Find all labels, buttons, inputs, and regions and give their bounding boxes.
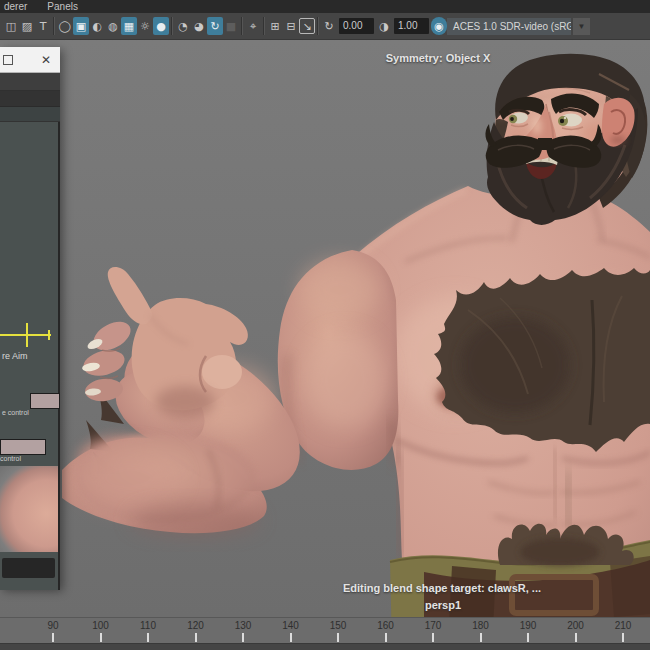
panel-body: re Aim e control control	[0, 122, 60, 590]
lighting-icon[interactable]: ☼	[137, 17, 153, 35]
time-slider[interactable]: 90100110120130140150160170180190200210	[0, 617, 650, 644]
panel-subheader-row	[0, 107, 60, 122]
menu-renderer[interactable]: derer	[4, 1, 27, 12]
text-tool-icon[interactable]: T	[35, 17, 51, 35]
exposure-icon[interactable]: ◑	[376, 17, 392, 35]
wireframe-sphere-icon[interactable]: ◯	[57, 17, 73, 35]
separator	[239, 17, 245, 35]
status-line: ◫▨T◯▣◐◍▦☼●◔◕↻■⌖⊞⊟↘↻0.00◑1.00◉ACES 1.0 SD…	[0, 13, 650, 40]
four-pane-layout-icon[interactable]: ◫	[3, 17, 19, 35]
colorspace-dropdown[interactable]: ACES 1.0 SDR-video (sRGB)	[447, 18, 571, 35]
symmetry-label: Symmetry: Object X	[386, 52, 491, 64]
menu-bar: derer Panels	[0, 0, 650, 13]
blend-shape-status-label: Editing blend shape target: clawsR, ...	[343, 582, 541, 594]
character-thumbnail[interactable]	[0, 466, 58, 552]
panel-title-bar[interactable]: ✕	[0, 47, 60, 73]
panel-input-field[interactable]	[2, 558, 55, 578]
timeline-frame-label: 190	[520, 620, 537, 631]
timeline-tick	[432, 633, 434, 642]
timeline-tick	[337, 633, 339, 642]
timeline-tick	[147, 633, 149, 642]
floating-panel: ✕ re Aim e control control	[0, 47, 60, 588]
range-slider[interactable]	[0, 643, 650, 650]
timeline-frame-label: 110	[140, 620, 156, 631]
timeline-frame-label: 150	[330, 620, 347, 631]
motion-blur-icon[interactable]: ◕	[191, 17, 207, 35]
control-swatch-1[interactable]	[30, 393, 60, 409]
anti-alias-icon[interactable]: ↻	[207, 17, 223, 35]
timeline-tick	[527, 633, 529, 642]
textured-icon[interactable]: ▦	[121, 17, 137, 35]
timeline-tick	[195, 633, 197, 642]
timeline-tick	[385, 633, 387, 642]
wireframe-on-shaded-icon[interactable]: ◍	[105, 17, 121, 35]
shadows-icon[interactable]: ●	[153, 17, 169, 35]
separator	[261, 17, 267, 35]
control-label-1: e control	[2, 409, 29, 416]
timeline-tick	[480, 633, 482, 642]
color-management-icon[interactable]: ◉	[431, 17, 447, 35]
maya-application: derer Panels ◫▨T◯▣◐◍▦☼●◔◕↻■⌖⊞⊟↘↻0.00◑1.0…	[0, 0, 650, 650]
panel-toolbar-row	[0, 91, 60, 107]
timeline-tick	[242, 633, 244, 642]
timeline-tick	[100, 633, 102, 642]
separator	[315, 17, 321, 35]
panel-menu-row	[0, 73, 60, 91]
depth-peel-icon[interactable]: ■	[223, 17, 239, 35]
timeline-tick	[575, 633, 577, 642]
paste-layer-icon[interactable]: ⊟	[283, 17, 299, 35]
window-icon	[3, 55, 13, 65]
menu-panels[interactable]: Panels	[47, 1, 78, 12]
shaded-cube-icon[interactable]: ▣	[73, 17, 89, 35]
select-tool-icon[interactable]: ⌖	[245, 17, 261, 35]
timeline-frame-label: 210	[615, 620, 632, 631]
timeline-frame-label: 160	[377, 620, 394, 631]
camera-label: persp1	[425, 599, 461, 611]
gamma-value-field[interactable]: 1.00	[394, 18, 429, 34]
snap-value-field[interactable]: 0.00	[339, 18, 374, 34]
timeline-tick	[52, 633, 54, 642]
timeline-frame-label: 180	[472, 620, 489, 631]
timeline-frame-label: 130	[235, 620, 252, 631]
timeline-frame-label: 90	[47, 620, 58, 631]
separator	[169, 17, 175, 35]
flat-shade-icon[interactable]: ◐	[89, 17, 105, 35]
screen-corner-icon[interactable]: ↘	[299, 18, 315, 34]
character-render	[0, 40, 650, 617]
viewport-3d[interactable]: Symmetry: Object X Editing blend shape t…	[0, 40, 650, 617]
colorspace-droparrow[interactable]: ▼	[573, 18, 590, 35]
copy-layer-icon[interactable]: ⊞	[267, 17, 283, 35]
timeline-frame-label: 100	[92, 620, 109, 631]
refresh-icon[interactable]: ↻	[321, 17, 337, 35]
timeline-frame-label: 120	[187, 620, 204, 631]
aim-label: re Aim	[2, 351, 28, 361]
occlusion-icon[interactable]: ◔	[175, 17, 191, 35]
timeline-tick	[622, 633, 624, 642]
timeline-frame-label: 200	[567, 620, 584, 631]
separator	[51, 17, 57, 35]
close-icon[interactable]: ✕	[41, 53, 51, 67]
control-label-2: control	[0, 455, 21, 462]
control-swatch-2[interactable]	[0, 439, 46, 455]
timeline-tick	[290, 633, 292, 642]
image-plane-icon[interactable]: ▨	[19, 17, 35, 35]
timeline-frame-label: 170	[425, 620, 442, 631]
timeline-frame-label: 140	[282, 620, 299, 631]
